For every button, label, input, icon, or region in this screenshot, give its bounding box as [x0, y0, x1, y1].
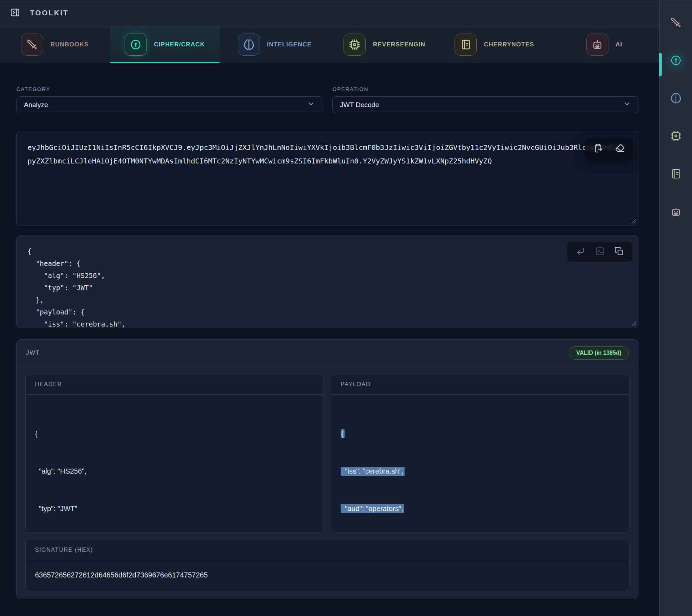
- robot-icon: [586, 34, 608, 56]
- operation-value: JWT Decode: [340, 101, 379, 109]
- tab-ai[interactable]: AI: [549, 26, 659, 63]
- topbar: TOOLKIT: [0, 0, 659, 26]
- brain-icon: [670, 92, 682, 105]
- sidebar-cipher-button[interactable]: [670, 54, 682, 67]
- eraser-icon: [615, 143, 625, 154]
- sidebar-reverseengin-button[interactable]: [670, 130, 682, 143]
- output-container: { "header": { "alg": "HS256", "typ": "JW…: [16, 236, 638, 328]
- main-column: TOOLKIT RUNBOOKS CIPHER/CRACK INTELIGE: [0, 0, 659, 616]
- resize-grip[interactable]: [631, 219, 636, 224]
- corner-down-left-icon: [576, 247, 585, 257]
- sidebar-runbooks-button[interactable]: [670, 16, 682, 29]
- open-in-terminal-button[interactable]: [591, 244, 609, 259]
- robot-icon: [670, 206, 682, 218]
- clear-button[interactable]: [610, 141, 630, 156]
- sword-icon: [670, 17, 682, 29]
- notebook-icon: [455, 34, 477, 56]
- header-line: "alg": "HS256",: [35, 465, 314, 478]
- section-divider: [16, 123, 638, 123]
- send-to-input-button[interactable]: [572, 244, 590, 259]
- signature-card: SIGNATURE (HEX) 636572656272612d64656d6f…: [25, 540, 630, 590]
- payload-line: "iss": "cerebra.sh",: [341, 465, 620, 478]
- tab-label: CIPHER/CRACK: [154, 41, 205, 48]
- jwt-panel-body: HEADER { "alg": "HS256", "typ": "JWT" } …: [17, 366, 638, 599]
- category-field: CATEGORY Analyze: [16, 86, 322, 113]
- sidebar: [659, 0, 692, 616]
- notebook-icon: [670, 168, 682, 181]
- jwt-panel-header: JWT VALID (in 1385d): [17, 340, 638, 366]
- tab-cipher-crack[interactable]: CIPHER/CRACK: [110, 26, 220, 63]
- operation-label: OPERATION: [332, 86, 638, 92]
- input-hover-toolbar: [585, 138, 633, 159]
- tab-label: INTELIGENCE: [267, 41, 312, 48]
- panel-right-icon: [10, 7, 20, 19]
- selectors-row: CATEGORY Analyze OPERATION JWT Decode: [16, 86, 638, 113]
- operation-select[interactable]: JWT Decode: [332, 96, 638, 113]
- jwt-result-panel: JWT VALID (in 1385d) HEADER { "alg": "HS…: [16, 339, 638, 599]
- category-value: Analyze: [24, 101, 48, 109]
- payload-line: "aud": "operators",: [341, 503, 620, 515]
- payload-card: PAYLOAD { "iss": "cerebra.sh", "aud": "o…: [331, 374, 630, 532]
- clipboard-paste-icon: [594, 143, 603, 154]
- cpu-icon: [670, 130, 682, 143]
- copy-icon: [615, 247, 624, 257]
- app-root: TOOLKIT RUNBOOKS CIPHER/CRACK INTELIGE: [0, 0, 692, 616]
- sidebar-cherrynotes-button[interactable]: [670, 168, 682, 181]
- tabbar: RUNBOOKS CIPHER/CRACK INTELIGENCE REVERS…: [0, 26, 659, 63]
- cipher-tool-content: CATEGORY Analyze OPERATION JWT Decode: [0, 63, 659, 616]
- tab-runbooks[interactable]: RUNBOOKS: [0, 26, 110, 63]
- tab-intelligence[interactable]: INTELIGENCE: [220, 26, 330, 63]
- operation-field: OPERATION JWT Decode: [332, 86, 638, 113]
- tab-label: RUNBOOKS: [50, 41, 89, 48]
- tab-label: AI: [616, 41, 622, 48]
- keyhole-icon: [670, 55, 682, 67]
- sidebar-intelligence-button[interactable]: [670, 92, 682, 105]
- jwt-cards-row: HEADER { "alg": "HS256", "typ": "JWT" } …: [25, 374, 630, 532]
- keyhole-icon: [125, 34, 147, 56]
- payload-line: {: [341, 428, 620, 440]
- header-line: "typ": "JWT": [35, 503, 314, 515]
- jwt-panel-title: JWT: [26, 350, 40, 356]
- panel-toggle-button[interactable]: [9, 7, 21, 19]
- sword-icon: [21, 34, 43, 56]
- tab-label: REVERSEENGIN: [373, 41, 425, 48]
- terminal-icon: [595, 247, 605, 257]
- category-label: CATEGORY: [16, 86, 322, 92]
- jwt-input[interactable]: eyJhbGciOiJIUzI1NiIsInR5cCI6IkpXVCJ9.eyJ…: [17, 131, 638, 226]
- output-toolbar: [567, 242, 632, 262]
- tab-cherrynotes[interactable]: CHERRYNOTES: [440, 26, 550, 63]
- sidebar-active-indicator: [659, 53, 662, 76]
- payload-card-json: { "iss": "cerebra.sh", "aud": "operators…: [331, 395, 629, 532]
- header-card: HEADER { "alg": "HS256", "typ": "JWT" }: [25, 374, 324, 532]
- header-card-json: { "alg": "HS256", "typ": "JWT" }: [26, 395, 324, 532]
- copy-button[interactable]: [610, 244, 628, 259]
- resize-grip[interactable]: [631, 321, 636, 326]
- jwt-validity-badge: VALID (in 1385d): [569, 346, 629, 360]
- sidebar-ai-button[interactable]: [670, 206, 682, 218]
- header-card-title: HEADER: [26, 374, 324, 395]
- tab-label: CHERRYNOTES: [484, 41, 534, 48]
- signature-hex-value: 636572656272612d64656d6f2d7369676e617475…: [26, 560, 629, 590]
- cpu-icon: [344, 34, 366, 56]
- category-select[interactable]: Analyze: [16, 96, 322, 113]
- brain-icon: [238, 34, 260, 56]
- paste-button[interactable]: [589, 141, 608, 156]
- jwt-input-container: eyJhbGciOiJIUzI1NiIsInR5cCI6IkpXVCJ9.eyJ…: [16, 131, 638, 226]
- signature-card-title: SIGNATURE (HEX): [26, 540, 629, 560]
- payload-card-title: PAYLOAD: [331, 374, 629, 395]
- header-line: {: [35, 428, 314, 440]
- output-json: { "header": { "alg": "HS256", "typ": "JW…: [17, 236, 638, 328]
- app-title: TOOLKIT: [30, 9, 69, 17]
- chevron-down-icon: [623, 100, 631, 110]
- chevron-down-icon: [307, 100, 315, 110]
- tab-reverseengin[interactable]: REVERSEENGIN: [330, 26, 440, 63]
